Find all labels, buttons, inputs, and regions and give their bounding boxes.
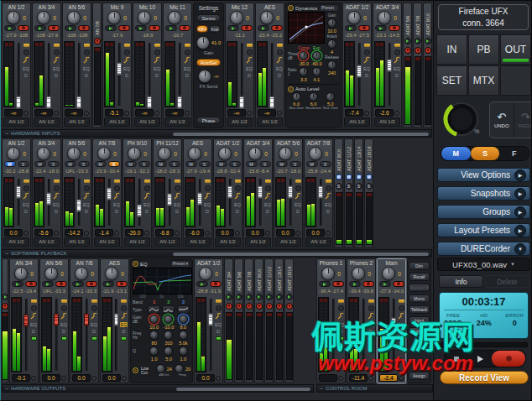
play-indicator[interactable] [226,294,232,300]
mute-button[interactable]: M [276,161,288,167]
wrench-icon[interactable] [325,193,331,200]
channel-strip-collapsed[interactable]: ADAT 9/10 [254,258,263,383]
trim-slider[interactable] [394,44,400,47]
eq-indicator[interactable]: EQ [174,202,180,207]
trim-slider[interactable] [154,44,160,47]
pan-knob[interactable] [382,267,395,280]
auto-level-power-icon[interactable] [288,86,294,92]
dynamics-indicator[interactable]: D [55,73,58,78]
comp-threshold-knob[interactable] [299,51,308,60]
pan-knob[interactable] [352,267,365,280]
wrench-icon[interactable] [363,57,370,64]
channel-strip-collapsed[interactable]: ADAT 13/14 M S [354,138,363,248]
cue-button[interactable] [216,336,222,341]
trim-button[interactable] [394,49,400,55]
play-indicator[interactable] [42,281,54,287]
fader-group-button[interactable]: F [499,147,529,160]
mute-button[interactable]: M [216,161,227,167]
software-playback-bar[interactable]: − SOFTWARE PLAYBACK [2,249,432,258]
release-knob[interactable] [327,60,336,70]
record-indicator[interactable] [210,281,222,287]
play-indicator[interactable] [256,294,263,300]
solo-master-button[interactable]: S [471,147,500,160]
collapse-icon[interactable]: − [320,386,323,392]
trim-slider[interactable] [23,180,29,183]
layout-presets-section[interactable]: Layout Presets ▶ [437,223,530,237]
fader-handle[interactable] [387,60,392,72]
mute-button[interactable]: M [346,174,352,180]
exp-threshold-knob[interactable] [312,51,321,60]
hardware-inputs-bar[interactable]: − HARDWARE INPUTS [2,129,432,138]
dynamics-indicator[interactable]: D [115,209,118,214]
trim-slider[interactable] [61,299,67,303]
volume-fader[interactable] [23,297,29,372]
play-indicator[interactable] [105,25,117,31]
play-indicator[interactable] [319,281,331,287]
trim-slider[interactable] [326,180,331,183]
pan-knob[interactable] [199,267,212,280]
dynamics-indicator[interactable]: D [85,209,88,214]
play-indicator[interactable] [379,281,391,287]
assign-label[interactable]: AN 1/2 [104,117,130,127]
fader-handle[interactable] [147,96,152,109]
cue-button[interactable] [31,336,37,341]
solo-button[interactable]: S [78,161,90,167]
play-indicator[interactable] [286,294,293,300]
trim-slider[interactable] [368,299,374,303]
eq-indicator[interactable]: EQ [394,66,400,71]
fader-handle[interactable] [288,186,293,199]
solo-button[interactable]: S [199,161,211,167]
volume-fader[interactable] [84,297,89,372]
volume-fader[interactable] [107,177,112,227]
scrollbar[interactable] [173,133,429,136]
info-button[interactable]: Info [439,275,483,288]
undo-button[interactable]: ↶ UNDO [490,102,514,138]
scrollbar[interactable] [176,388,310,391]
trim-button[interactable] [154,49,160,55]
dynamics-indicator[interactable]: D [85,73,88,78]
wrench-icon[interactable] [113,193,120,200]
trim-button[interactable] [54,49,60,55]
channel-menu-button[interactable] [31,376,36,381]
record-indicator[interactable] [393,281,404,287]
fader-handle[interactable] [258,186,263,199]
volume-fader[interactable] [46,177,51,227]
wrench-icon[interactable] [174,193,180,200]
play-indicator[interactable] [266,294,273,300]
scrollbar[interactable] [173,253,429,256]
hardware-outputs-bar[interactable]: − HARDWARE OUTPUTS [2,384,314,393]
expand-icon[interactable]: ▶ [514,225,526,237]
dynamics-indicator[interactable]: D [55,209,58,214]
eq-indicator[interactable]: EQ [325,202,331,207]
dynamics-indicator[interactable]: D [365,73,368,78]
trim-button[interactable] [23,49,29,55]
wrench-icon[interactable] [53,57,60,64]
trim-button[interactable] [61,305,67,311]
groups-section[interactable]: Groups ▶ [437,205,530,219]
solo-button[interactable]: S [18,161,29,167]
volume-fader[interactable] [197,177,202,227]
eq-indicator[interactable]: EQ [246,66,253,71]
volume-fader[interactable] [117,41,122,107]
expand-icon[interactable]: ▶ [514,188,526,200]
channel-menu-button[interactable] [394,111,399,116]
play-indicator[interactable] [227,25,239,31]
record-indicator[interactable] [286,303,293,310]
trim-button[interactable] [247,49,253,55]
solo-button[interactable]: S [108,161,120,167]
expand-icon[interactable]: ▶ [514,169,526,181]
dynamics-indicator[interactable]: D [24,73,28,78]
solo-button[interactable]: S [289,161,301,167]
trim-button[interactable] [205,185,211,191]
play-indicator[interactable] [4,25,16,31]
trim-slider[interactable] [235,180,241,183]
dynamics-indicator[interactable]: D [175,209,179,214]
snapshots-section[interactable]: Snapshots ▶ [437,186,530,200]
pan-knob[interactable] [37,11,50,24]
pan-knob[interactable] [260,11,274,24]
wrench-icon[interactable] [394,57,400,64]
record-indicator[interactable] [236,303,243,310]
channel-strip-collapsed[interactable]: ADAT 7/8 [413,3,422,128]
mute-button[interactable]: M [4,161,16,167]
band-2-freq-knob[interactable] [164,331,173,340]
